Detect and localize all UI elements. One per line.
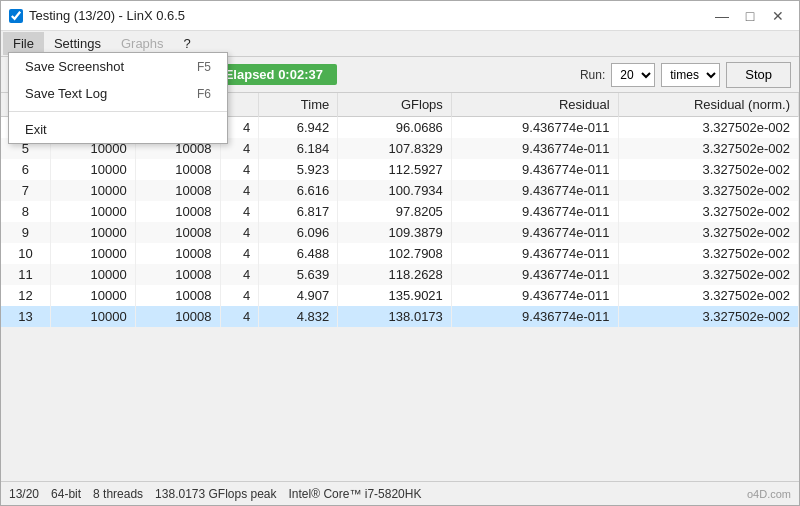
table-cell: 10000	[50, 159, 135, 180]
run-select[interactable]: 20	[611, 63, 655, 87]
status-threads: 8 threads	[93, 487, 143, 501]
table-cell: 10008	[135, 159, 220, 180]
file-dropdown-menu: Save Screenshot F5 Save Text Log F6 Exit	[8, 52, 228, 144]
table-cell: 3.327502e-002	[618, 222, 798, 243]
table-cell: 10008	[135, 264, 220, 285]
table-cell: 10000	[50, 264, 135, 285]
table-row: 6100001000845.923112.59279.436774e-0113.…	[1, 159, 799, 180]
table-cell: 4	[220, 201, 259, 222]
main-window: Testing (13/20) - LinX 0.6.5 — □ ✕ File …	[0, 0, 800, 506]
table-cell: 9.436774e-011	[451, 159, 618, 180]
table-cell: 9.436774e-011	[451, 243, 618, 264]
table-cell: 9.436774e-011	[451, 285, 618, 306]
table-cell: 3.327502e-002	[618, 264, 798, 285]
col-header-gflops: GFlops	[338, 93, 452, 117]
table-body: 4100001000846.94296.06869.436774e-0113.3…	[1, 117, 799, 328]
table-cell: 10000	[50, 243, 135, 264]
table-cell: 10008	[135, 306, 220, 327]
run-label: Run:	[580, 68, 605, 82]
table-cell: 12	[1, 285, 50, 306]
table-cell: 4	[220, 159, 259, 180]
table-row: 11100001000845.639118.26289.436774e-0113…	[1, 264, 799, 285]
table-cell: 9.436774e-011	[451, 138, 618, 159]
table-cell: 10008	[135, 243, 220, 264]
table-cell: 6.096	[259, 222, 338, 243]
data-table-container: Time GFlops Residual Residual (norm.) 41…	[1, 93, 799, 481]
table-cell: 10008	[135, 201, 220, 222]
table-cell: 3.327502e-002	[618, 180, 798, 201]
table-cell: 9.436774e-011	[451, 222, 618, 243]
table-cell: 3.327502e-002	[618, 285, 798, 306]
table-cell: 6.817	[259, 201, 338, 222]
table-cell: 3.327502e-002	[618, 138, 798, 159]
statusbar: 13/20 64-bit 8 threads 138.0173 GFlops p…	[1, 481, 799, 505]
title-checkbox[interactable]	[9, 9, 23, 23]
table-cell: 7	[1, 180, 50, 201]
table-cell: 4	[220, 285, 259, 306]
table-cell: 4.832	[259, 306, 338, 327]
menu-save-screenshot[interactable]: Save Screenshot F5	[9, 53, 227, 80]
table-cell: 4	[220, 306, 259, 327]
title-controls: — □ ✕	[709, 5, 791, 27]
menu-save-text-log[interactable]: Save Text Log F6	[9, 80, 227, 107]
times-select[interactable]: times	[661, 63, 720, 87]
status-peak: 138.0173 GFlops peak	[155, 487, 276, 501]
table-row: 9100001000846.096109.38799.436774e-0113.…	[1, 222, 799, 243]
table-cell: 112.5927	[338, 159, 452, 180]
table-row: 10100001000846.488102.79089.436774e-0113…	[1, 243, 799, 264]
table-cell: 10000	[50, 201, 135, 222]
table-cell: 109.3879	[338, 222, 452, 243]
elapsed-display: Elapsed 0:02:37	[211, 64, 337, 85]
table-cell: 6.616	[259, 180, 338, 201]
table-cell: 6	[1, 159, 50, 180]
table-cell: 10000	[50, 180, 135, 201]
minimize-button[interactable]: —	[709, 5, 735, 27]
table-cell: 10008	[135, 285, 220, 306]
table-cell: 3.327502e-002	[618, 117, 798, 139]
table-row: 7100001000846.616100.79349.436774e-0113.…	[1, 180, 799, 201]
table-row: 12100001000844.907135.90219.436774e-0113…	[1, 285, 799, 306]
table-cell: 4	[220, 243, 259, 264]
table-cell: 4.907	[259, 285, 338, 306]
table-cell: 4	[220, 180, 259, 201]
table-cell: 118.2628	[338, 264, 452, 285]
table-cell: 4	[220, 222, 259, 243]
table-cell: 9.436774e-011	[451, 117, 618, 139]
stop-button[interactable]: Stop	[726, 62, 791, 88]
table-cell: 8	[1, 201, 50, 222]
table-cell: 3.327502e-002	[618, 201, 798, 222]
menu-divider	[9, 111, 227, 112]
table-cell: 6.184	[259, 138, 338, 159]
table-cell: 11	[1, 264, 50, 285]
table-cell: 9.436774e-011	[451, 180, 618, 201]
table-cell: 10008	[135, 222, 220, 243]
table-cell: 3.327502e-002	[618, 243, 798, 264]
table-cell: 10	[1, 243, 50, 264]
table-cell: 10000	[50, 222, 135, 243]
table-cell: 5.639	[259, 264, 338, 285]
col-header-time: Time	[259, 93, 338, 117]
menu-exit[interactable]: Exit	[9, 116, 227, 143]
table-cell: 3.327502e-002	[618, 159, 798, 180]
maximize-button[interactable]: □	[737, 5, 763, 27]
table-cell: 9.436774e-011	[451, 201, 618, 222]
status-progress: 13/20	[9, 487, 39, 501]
window-title: Testing (13/20) - LinX 0.6.5	[29, 8, 185, 23]
table-cell: 4	[220, 264, 259, 285]
col-header-residual: Residual	[451, 93, 618, 117]
table-cell: 9.436774e-011	[451, 264, 618, 285]
table-cell: 107.8329	[338, 138, 452, 159]
table-cell: 6.942	[259, 117, 338, 139]
table-cell: 5.923	[259, 159, 338, 180]
title-bar: Testing (13/20) - LinX 0.6.5 — □ ✕	[1, 1, 799, 31]
table-cell: 10008	[135, 180, 220, 201]
table-cell: 97.8205	[338, 201, 452, 222]
table-cell: 96.0686	[338, 117, 452, 139]
table-row: 13100001000844.832138.01739.436774e-0113…	[1, 306, 799, 327]
table-row: 8100001000846.81797.82059.436774e-0113.3…	[1, 201, 799, 222]
table-cell: 9	[1, 222, 50, 243]
statusbar-watermark: o4D.com	[747, 488, 791, 500]
table-cell: 138.0173	[338, 306, 452, 327]
table-cell: 102.7908	[338, 243, 452, 264]
close-button[interactable]: ✕	[765, 5, 791, 27]
